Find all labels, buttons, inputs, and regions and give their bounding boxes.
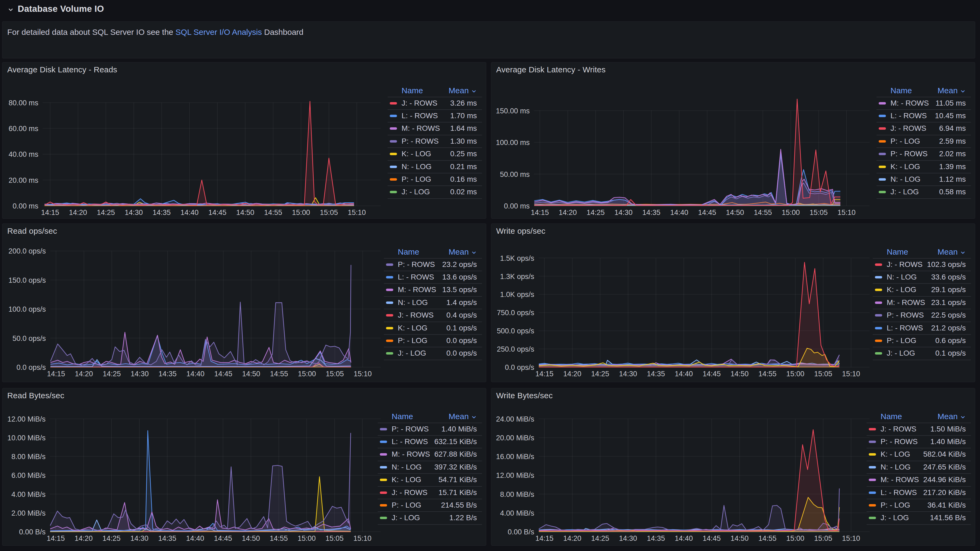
svg-text:0.00 B/s: 0.00 B/s	[19, 528, 46, 536]
svg-text:15:00: 15:00	[786, 370, 804, 378]
svg-text:15:10: 15:10	[353, 370, 372, 378]
svg-text:50.0 ops/s: 50.0 ops/s	[12, 335, 46, 343]
svg-text:14:30: 14:30	[130, 534, 148, 542]
svg-text:150.00 ms: 150.00 ms	[496, 107, 530, 115]
svg-text:15:05: 15:05	[814, 534, 832, 542]
svg-text:14:50: 14:50	[730, 534, 749, 542]
svg-text:0.00 ms: 0.00 ms	[504, 202, 530, 210]
svg-text:15:10: 15:10	[842, 370, 860, 378]
svg-text:14:15: 14:15	[47, 370, 65, 378]
svg-text:14:20: 14:20	[69, 208, 87, 216]
svg-text:14:55: 14:55	[270, 370, 288, 378]
svg-text:150.0 ops/s: 150.0 ops/s	[8, 276, 46, 284]
svg-text:15:10: 15:10	[842, 534, 860, 542]
svg-text:14:30: 14:30	[130, 370, 149, 378]
svg-text:14:40: 14:40	[186, 534, 204, 542]
svg-text:14:35: 14:35	[158, 370, 177, 378]
svg-text:15:00: 15:00	[782, 208, 800, 216]
svg-text:8.00 MiB/s: 8.00 MiB/s	[11, 453, 46, 460]
svg-text:100.00 ms: 100.00 ms	[496, 138, 530, 147]
svg-text:0.0 ops/s: 0.0 ops/s	[505, 364, 534, 372]
svg-text:14:55: 14:55	[758, 370, 776, 378]
svg-text:0.00 ms: 0.00 ms	[13, 202, 38, 210]
svg-text:15:05: 15:05	[325, 534, 344, 542]
svg-text:15:05: 15:05	[326, 370, 344, 378]
svg-text:14:40: 14:40	[675, 534, 693, 542]
svg-text:15:00: 15:00	[298, 534, 316, 542]
svg-text:40.00 ms: 40.00 ms	[9, 150, 38, 159]
svg-text:14:20: 14:20	[75, 370, 93, 378]
svg-text:750.0 ops/s: 750.0 ops/s	[497, 309, 534, 317]
svg-text:12.00 MiB/s: 12.00 MiB/s	[496, 472, 534, 480]
svg-text:14:25: 14:25	[591, 534, 609, 542]
svg-text:14:15: 14:15	[41, 208, 59, 216]
svg-text:14:35: 14:35	[158, 534, 177, 542]
svg-text:8.00 MiB/s: 8.00 MiB/s	[500, 491, 534, 499]
svg-text:0.0 ops/s: 0.0 ops/s	[16, 364, 46, 372]
svg-text:14:40: 14:40	[675, 370, 693, 378]
svg-text:14:55: 14:55	[264, 208, 282, 216]
svg-text:14:15: 14:15	[535, 370, 554, 378]
svg-text:1.3K ops/s: 1.3K ops/s	[500, 273, 534, 281]
svg-text:15:00: 15:00	[786, 534, 804, 542]
svg-text:14:30: 14:30	[619, 534, 637, 542]
svg-text:14:45: 14:45	[214, 534, 232, 542]
svg-text:16.00 MiB/s: 16.00 MiB/s	[496, 453, 534, 460]
svg-text:14:50: 14:50	[242, 534, 260, 542]
svg-text:14:30: 14:30	[619, 370, 637, 378]
svg-text:14:40: 14:40	[670, 208, 688, 216]
svg-text:2.00 MiB/s: 2.00 MiB/s	[11, 509, 46, 517]
svg-text:200.0 ops/s: 200.0 ops/s	[8, 247, 46, 255]
svg-text:15:05: 15:05	[320, 208, 338, 216]
svg-text:14:35: 14:35	[647, 534, 665, 542]
svg-text:10.00 MiB/s: 10.00 MiB/s	[7, 434, 46, 442]
svg-text:14:45: 14:45	[698, 208, 716, 216]
svg-text:15:10: 15:10	[837, 208, 856, 216]
svg-text:20.00 MiB/s: 20.00 MiB/s	[496, 434, 534, 442]
svg-text:15:10: 15:10	[348, 208, 366, 216]
svg-text:14:55: 14:55	[754, 208, 772, 216]
svg-text:500.0 ops/s: 500.0 ops/s	[497, 327, 534, 335]
svg-text:14:45: 14:45	[703, 370, 721, 378]
svg-text:80.00 ms: 80.00 ms	[9, 99, 38, 107]
svg-text:14:55: 14:55	[270, 534, 288, 542]
svg-text:14:45: 14:45	[703, 534, 721, 542]
svg-text:14:45: 14:45	[214, 370, 232, 378]
svg-text:14:40: 14:40	[180, 208, 199, 216]
svg-text:14:15: 14:15	[535, 534, 554, 542]
svg-text:15:05: 15:05	[810, 208, 828, 216]
svg-text:14:40: 14:40	[186, 370, 205, 378]
svg-text:1.5K ops/s: 1.5K ops/s	[500, 254, 534, 262]
svg-text:4.00 MiB/s: 4.00 MiB/s	[500, 509, 534, 517]
svg-text:14:20: 14:20	[563, 534, 581, 542]
svg-text:50.00 ms: 50.00 ms	[500, 170, 530, 178]
svg-text:14:15: 14:15	[47, 534, 65, 542]
svg-text:14:50: 14:50	[730, 370, 749, 378]
svg-text:15:05: 15:05	[814, 370, 832, 378]
svg-text:6.00 MiB/s: 6.00 MiB/s	[11, 472, 46, 480]
svg-text:14:20: 14:20	[558, 208, 577, 216]
svg-text:14:25: 14:25	[97, 208, 115, 216]
svg-text:14:35: 14:35	[642, 208, 660, 216]
svg-text:14:50: 14:50	[236, 208, 255, 216]
svg-text:14:25: 14:25	[103, 370, 121, 378]
svg-text:14:25: 14:25	[102, 534, 121, 542]
svg-text:14:55: 14:55	[758, 534, 776, 542]
svg-text:100.0 ops/s: 100.0 ops/s	[8, 305, 46, 313]
svg-text:14:50: 14:50	[726, 208, 744, 216]
svg-text:15:10: 15:10	[353, 534, 372, 542]
svg-text:15:00: 15:00	[298, 370, 316, 378]
svg-text:15:00: 15:00	[292, 208, 310, 216]
svg-text:60.00 ms: 60.00 ms	[9, 125, 38, 133]
svg-text:20.00 ms: 20.00 ms	[9, 176, 38, 184]
svg-text:24.00 MiB/s: 24.00 MiB/s	[496, 415, 534, 423]
svg-text:14:25: 14:25	[587, 208, 605, 216]
svg-text:14:35: 14:35	[153, 208, 171, 216]
svg-text:14:45: 14:45	[208, 208, 226, 216]
svg-text:14:30: 14:30	[125, 208, 143, 216]
svg-text:14:25: 14:25	[591, 370, 609, 378]
svg-text:14:20: 14:20	[563, 370, 581, 378]
svg-text:0.00 B/s: 0.00 B/s	[508, 528, 534, 536]
svg-text:14:35: 14:35	[647, 370, 665, 378]
svg-text:14:50: 14:50	[242, 370, 260, 378]
